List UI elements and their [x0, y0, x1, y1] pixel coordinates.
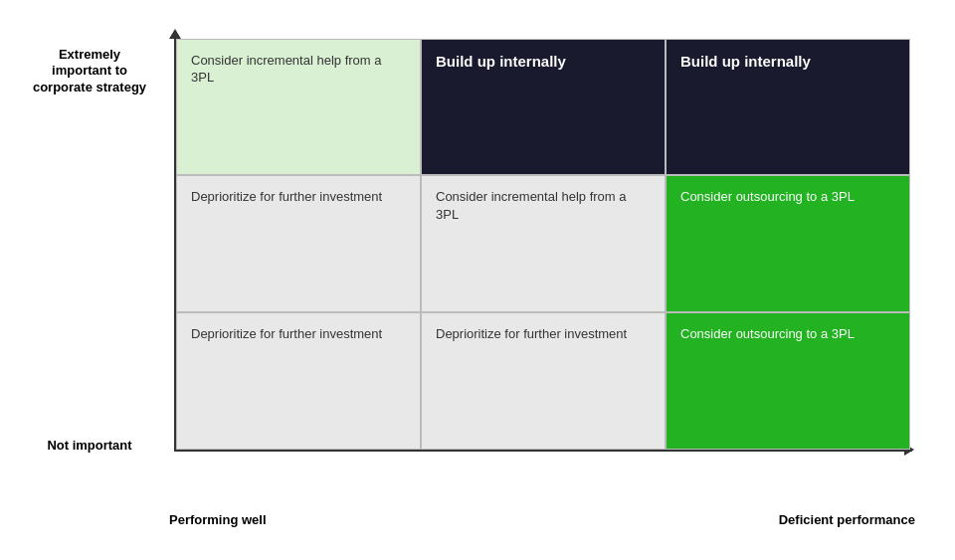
- cell-r2c1: Deprioritize for further investment: [176, 175, 421, 312]
- cell-r1c1: Consider incremental help from a 3PL: [176, 39, 421, 176]
- strategy-matrix: Consider incremental help from a 3PL Bui…: [176, 39, 910, 450]
- cell-r1c3: Build up internally: [666, 39, 910, 176]
- cell-r1c2: Build up internally: [421, 39, 666, 176]
- chart-container: Extremely important to corporate strateg…: [30, 17, 925, 544]
- cell-r3c1: Deprioritize for further investment: [176, 312, 421, 450]
- y-axis-bottom-label: Not important: [30, 438, 149, 455]
- cell-r2c3: Consider outsourcing to a 3PL: [666, 175, 910, 312]
- cell-r3c2: Deprioritize for further investment: [421, 312, 666, 450]
- x-axis-line: [174, 450, 912, 452]
- x-axis-left-label: Performing well: [169, 512, 267, 529]
- x-axis-right-label: Deficient performance: [779, 512, 915, 529]
- y-axis-top-label: Extremely important to corporate strateg…: [30, 47, 149, 97]
- cell-r2c2: Consider incremental help from a 3PL: [421, 175, 666, 312]
- cell-r3c3: Consider outsourcing to a 3PL: [666, 312, 910, 450]
